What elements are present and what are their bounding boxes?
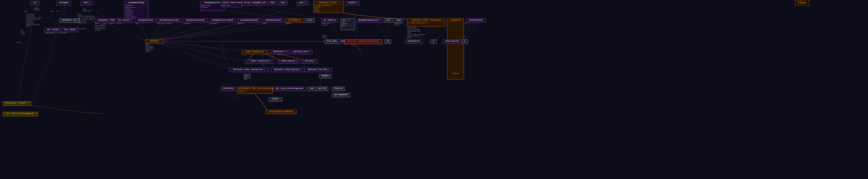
mccp-fields: mccpused_count xyxy=(83,8,92,12)
node-with-answer-listening[interactable]: WithAnswer< Ipc::StartListening Answer > xyxy=(238,87,273,94)
node-refcount-comm-conn[interactable]: RefCount< Comm::Connection > xyxy=(229,68,269,72)
access-field: access xyxy=(117,23,122,24)
diagram-canvas: int unsigned time_t anonymousFlags disab… xyxy=(0,0,868,179)
node-anon-userhash[interactable]: anonymoususerhash xyxy=(183,19,208,23)
node-subscription-wrapper[interactable]: < Subscription > xyxy=(277,59,299,63)
node-instance-comm-conn[interactable]: Instance< Comm::Connection << Comm::Conn… xyxy=(407,19,445,26)
node-peer-t[interactable]: peer_t xyxy=(297,1,309,5)
node-refcountable[interactable]: RefCountable xyxy=(466,19,486,23)
errno-field: errNo xyxy=(17,42,21,43)
node-time-t[interactable]: time_t xyxy=(80,1,92,5)
node-type[interactable]: type xyxy=(394,19,403,23)
node-cachepeer-ip[interactable]: CachePeer::ip_ xyxy=(59,19,80,23)
userhash-field: userhash xyxy=(183,23,190,24)
p-conn-field: p_ xyxy=(262,64,264,66)
options-field: options xyxy=(238,23,244,24)
node-portcfg-wrapper[interactable]: < PortCfg > xyxy=(300,59,318,63)
carp-field: carp xyxy=(135,23,139,24)
node-refcount-c[interactable]: RefCount< C > xyxy=(271,50,290,54)
node-anonymous-flags[interactable]: anonymousFlags disabledinitializedneeded… xyxy=(124,1,148,19)
node-uint64-t[interactable]: uint64_t xyxy=(345,1,360,5)
node-port-type-note[interactable]: portTypeNote xyxy=(332,93,350,97)
node-peerdigest[interactable]: PeerDigest2 xyxy=(286,19,304,23)
node-anon-mcast[interactable]: anonymousmcast xyxy=(262,19,284,23)
node-anon-carp[interactable]: anonymouscarp xyxy=(135,19,156,23)
node-p2[interactable]: p_ xyxy=(462,40,468,44)
node-int[interactable]: int xyxy=(30,1,40,5)
node-eui64[interactable]: Eui::Eui64 xyxy=(62,28,78,32)
node-call-dialer[interactable]: CallDialer xyxy=(221,87,236,91)
node-with-answer-main[interactable]: WithAnswer< AnswerT > xyxy=(3,101,31,106)
node-ipc-start-listening[interactable]: Ipc::StartListeningAnswer xyxy=(273,87,306,91)
node-anon-options[interactable]: anonymousoptions xyxy=(238,19,261,23)
node-id[interactable]: id xyxy=(384,40,391,44)
node-portcfg[interactable]: portCfg xyxy=(316,87,328,91)
port-fields: port eui xyxy=(50,10,59,12)
node-anon-fhcp[interactable]: anonymous::fhcp xyxy=(95,19,118,23)
node-unsigned[interactable]: unsigned xyxy=(56,1,71,5)
node-security-neg-history[interactable]: Security::NegotiationHistory xyxy=(344,40,382,44)
cachepeer-bottom-fields: peer_peerTypetlsHistorynConnmarknReqs xyxy=(146,44,154,52)
local-field: localremote xyxy=(322,35,327,38)
node-instance-class[interactable]: Instance< Class:: << Comm::Connection_in… xyxy=(313,1,344,13)
left-fields: eui xyxy=(25,10,27,12)
o-field: o_ xyxy=(244,55,246,56)
node-c[interactable]: C xyxy=(430,40,437,44)
remoteEui-fields: remoteEui48 remoteEui64 xyxy=(45,32,67,34)
node-struct-sockaddr[interactable]: struct sockaddr_in6 xyxy=(242,1,267,5)
node-anon-carp-key[interactable]: anonymouscarp_key xyxy=(157,19,182,23)
u-int-double-fields: index u_int doubleavg_n_membersbad_facto… xyxy=(95,23,114,31)
base-fields: basetime =conn_openconnect_fail_limitcon… xyxy=(26,14,42,27)
digest-field: digest xyxy=(286,23,291,24)
node-stopwatch[interactable]: Stopwatch busytime xyxy=(447,19,464,79)
hash-fields: hashconnect_timeout_rawlast_connect_fail… xyxy=(78,14,95,24)
node-fd-stored[interactable]: fdStored xyxy=(332,87,345,91)
typelist-field: typelist/t/831 xyxy=(394,23,401,26)
node-bool[interactable]: bool xyxy=(279,1,287,5)
node-subscription[interactable]: Subscription xyxy=(443,40,461,44)
node-ip-address[interactable]: Ip::Address xyxy=(321,19,338,23)
starttime-field: startTime_ xyxy=(78,28,86,30)
node-refcount-portcfg[interactable]: RefCount< PortCfg > xyxy=(305,68,333,72)
node-anonymous-stats[interactable]: anonymousstats flags statsreq_num... xyxy=(200,1,224,11)
ipaddr-fields: addressesin_addr xyxy=(321,23,330,26)
instance-fields: allow_missauth_no_keytabbackground_pingc… xyxy=(407,27,424,40)
node-eui48[interactable]: Eui::Eui48 xyxy=(44,28,61,32)
sourcehash-field: sourcehash xyxy=(209,23,218,24)
carp-key-field: carp_key userhash xyxy=(157,23,172,24)
node-digest-url[interactable]: digest_urlhostdomainname xyxy=(341,19,355,30)
node-listening-started-dialer[interactable]: ListeningStartedDialer xyxy=(266,110,297,114)
node-code-context[interactable]: CodeContext xyxy=(405,40,423,44)
node-stats[interactable]: stats xyxy=(305,19,315,23)
node-comm-connection[interactable]: Comm::Connection xyxy=(242,50,268,54)
to-tos-fields: totosflags xyxy=(21,29,25,34)
node-comm-conn-wrapper[interactable]: < Comm::Connection > xyxy=(246,59,274,63)
node-free-code[interactable]: free_code xyxy=(324,40,339,44)
node-anon-sourcehash[interactable]: anonymoussourcehash xyxy=(209,19,236,23)
mcast-field: mcast xyxy=(262,23,267,24)
node-handler[interactable]: handler xyxy=(319,74,331,78)
node-portcfg-const[interactable]: PortCfg const * xyxy=(292,50,313,54)
node-static-cond[interactable]: static cond struct mutexType = xyxy=(221,1,242,7)
node-next[interactable]: next xyxy=(384,19,393,23)
node-answer[interactable]: _answer_ xyxy=(269,97,282,101)
node-act-access[interactable]: act_access * xyxy=(117,19,133,23)
node-sub[interactable]: sub xyxy=(308,87,316,91)
int-fields: countsversion xyxy=(34,7,40,11)
connections-svg xyxy=(0,0,868,179)
node-ipc-start-link[interactable]: < Ipc::StartListeningAnswer > xyxy=(3,112,38,116)
node-p-conn[interactable]: p_ xyxy=(244,74,250,78)
node-neighbor-domain[interactable]: NeighborDomainList * xyxy=(357,19,383,23)
node-cachepeer-main[interactable]: CachePeer xyxy=(146,40,163,44)
conn-field: conn xyxy=(244,78,247,80)
node-char[interactable]: char xyxy=(268,1,277,5)
node-refcount-sub[interactable]: RefCount< Subscription > xyxy=(271,68,304,72)
p-bottom-field: p_ xyxy=(262,55,264,56)
class-label: Class xyxy=(795,0,809,5)
